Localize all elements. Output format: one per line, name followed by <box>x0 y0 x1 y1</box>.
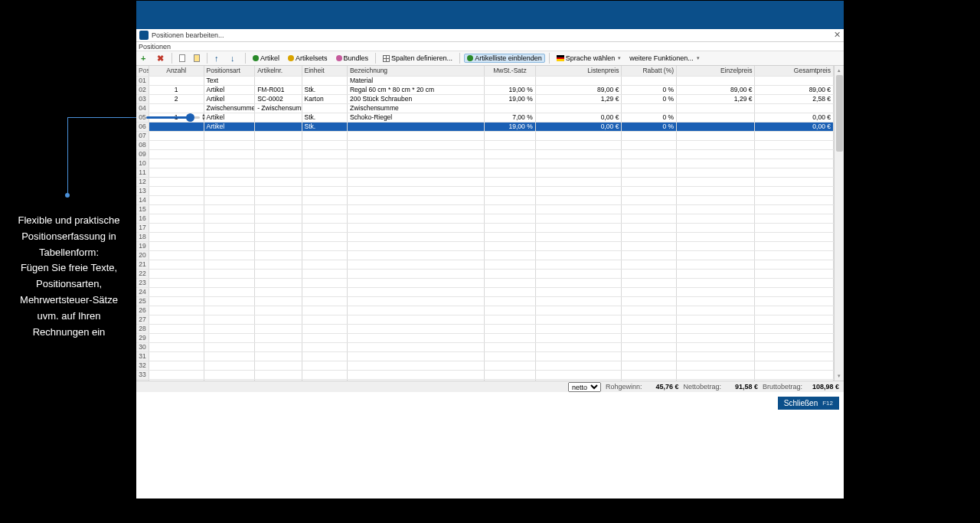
table-row[interactable]: 34 <box>136 379 834 381</box>
cell-mwst[interactable] <box>485 140 536 149</box>
cell-einzelpreis[interactable] <box>677 140 755 149</box>
table-row[interactable]: 17 <box>136 223 834 232</box>
cell-gesamtpreis[interactable] <box>755 103 834 113</box>
cell-positionsart[interactable] <box>204 342 255 351</box>
cell-einheit[interactable] <box>302 269 347 278</box>
cell-einzelpreis[interactable] <box>677 122 755 131</box>
cell-einzelpreis[interactable] <box>677 113 755 122</box>
cell-gesamtpreis[interactable] <box>755 324 834 333</box>
cell-anzahl[interactable] <box>149 204 204 214</box>
cell-bezeichnung[interactable] <box>347 333 484 342</box>
cell-einheit[interactable] <box>302 195 347 204</box>
cell-artikelnr[interactable] <box>255 296 302 306</box>
scroll-down-icon[interactable]: ▾ <box>835 371 844 381</box>
artikelsets-button[interactable]: Artikelsets <box>285 54 331 63</box>
table-row[interactable]: 22 <box>136 269 834 278</box>
cell-positionsart[interactable] <box>204 269 255 278</box>
cell-listenpreis[interactable] <box>535 278 622 287</box>
cell-positionsart[interactable] <box>204 195 255 204</box>
table-row[interactable]: 30 <box>136 342 834 351</box>
cell-anzahl[interactable] <box>149 159 204 168</box>
cell-rabatt[interactable]: 0 % <box>622 113 677 122</box>
cell-einheit[interactable] <box>302 370 347 379</box>
cell-gesamtpreis[interactable] <box>755 296 834 306</box>
cell-artikelnr[interactable] <box>255 131 302 140</box>
cell-mwst[interactable] <box>485 250 536 260</box>
cell-mwst[interactable] <box>485 370 536 379</box>
cell-einzelpreis[interactable] <box>677 287 755 296</box>
table-row[interactable]: 13 <box>136 186 834 195</box>
cell-anzahl[interactable] <box>149 351 204 361</box>
cell-einheit[interactable] <box>302 131 347 140</box>
cell-listenpreis[interactable] <box>535 177 622 186</box>
cell-positionsart[interactable]: Artikel <box>204 122 255 131</box>
cell-positionsart[interactable] <box>204 159 255 168</box>
cell-positionsart[interactable] <box>204 379 255 381</box>
cell-bezeichnung[interactable] <box>347 122 484 131</box>
cell-artikelnr[interactable] <box>255 122 302 131</box>
table-row[interactable]: 29 <box>136 333 834 342</box>
cell-bezeichnung[interactable] <box>347 250 484 260</box>
cell-einheit[interactable] <box>302 76 347 85</box>
positions-table[interactable]: Pos. Anzahl Positionsart Artikelnr. Einh… <box>136 66 834 381</box>
cell-anzahl[interactable] <box>149 250 204 260</box>
cell-gesamtpreis[interactable] <box>755 306 834 315</box>
cell-rabatt[interactable] <box>622 333 677 342</box>
scroll-up-icon[interactable]: ▴ <box>835 66 844 75</box>
cell-bezeichnung[interactable] <box>347 131 484 140</box>
cell-artikelnr[interactable] <box>255 204 302 214</box>
cell-mwst[interactable] <box>485 269 536 278</box>
cell-pos[interactable]: 27 <box>136 315 149 324</box>
col-einzelpreis[interactable]: Einzelpreis <box>677 66 755 76</box>
cell-listenpreis[interactable] <box>535 241 622 250</box>
cell-bezeichnung[interactable]: 200 Stück Schrauben <box>347 94 484 103</box>
cell-anzahl[interactable] <box>149 232 204 241</box>
cell-gesamtpreis[interactable] <box>755 333 834 342</box>
cell-anzahl[interactable] <box>149 306 204 315</box>
cell-artikelnr[interactable] <box>255 168 302 177</box>
cell-einheit[interactable] <box>302 223 347 232</box>
cell-listenpreis[interactable] <box>535 269 622 278</box>
cell-einheit[interactable] <box>302 149 347 159</box>
cell-mwst[interactable] <box>485 223 536 232</box>
cell-listenpreis[interactable]: 89,00 € <box>535 85 622 94</box>
cell-listenpreis[interactable] <box>535 149 622 159</box>
cell-artikelnr[interactable] <box>255 214 302 223</box>
artikelliste-button[interactable]: Artikelliste einblenden <box>464 54 545 63</box>
cell-rabatt[interactable] <box>622 351 677 361</box>
cell-bezeichnung[interactable] <box>347 204 484 214</box>
cell-bezeichnung[interactable] <box>347 370 484 379</box>
cell-pos[interactable]: 03 <box>136 94 149 103</box>
cell-positionsart[interactable] <box>204 204 255 214</box>
cell-artikelnr[interactable] <box>255 324 302 333</box>
cell-einzelpreis[interactable] <box>677 168 755 177</box>
cell-bezeichnung[interactable] <box>347 306 484 315</box>
cell-pos[interactable]: 01 <box>136 76 149 85</box>
cell-bezeichnung[interactable] <box>347 278 484 287</box>
cell-mwst[interactable]: 19,00 % <box>485 122 536 131</box>
cell-anzahl[interactable] <box>149 195 204 204</box>
cell-bezeichnung[interactable] <box>347 296 484 306</box>
cell-listenpreis[interactable] <box>535 342 622 351</box>
cell-mwst[interactable] <box>485 186 536 195</box>
cell-listenpreis[interactable] <box>535 324 622 333</box>
cell-artikelnr[interactable] <box>255 140 302 149</box>
cell-mwst[interactable] <box>485 76 536 85</box>
cell-positionsart[interactable] <box>204 370 255 379</box>
slider-spin[interactable]: ▲ ▼ <box>201 113 207 121</box>
slider-handle[interactable] <box>186 113 194 122</box>
table-row[interactable]: 31 <box>136 351 834 361</box>
cell-einzelpreis[interactable] <box>677 379 755 381</box>
cell-anzahl[interactable]: 2 <box>149 94 204 103</box>
cell-pos[interactable]: 11 <box>136 168 149 177</box>
cell-einheit[interactable] <box>302 324 347 333</box>
cell-einheit[interactable] <box>302 241 347 250</box>
cell-einzelpreis[interactable] <box>677 306 755 315</box>
table-row[interactable]: 07 <box>136 131 834 140</box>
cell-positionsart[interactable]: Artikel <box>204 113 255 122</box>
col-artikelnr[interactable]: Artikelnr. <box>255 66 302 76</box>
table-row[interactable]: 32 <box>136 361 834 370</box>
table-row[interactable]: 021ArtikelFM-R001Stk.Regal 60 cm * 80 cm… <box>136 85 834 94</box>
cell-pos[interactable]: 17 <box>136 223 149 232</box>
cell-mwst[interactable]: 19,00 % <box>485 85 536 94</box>
